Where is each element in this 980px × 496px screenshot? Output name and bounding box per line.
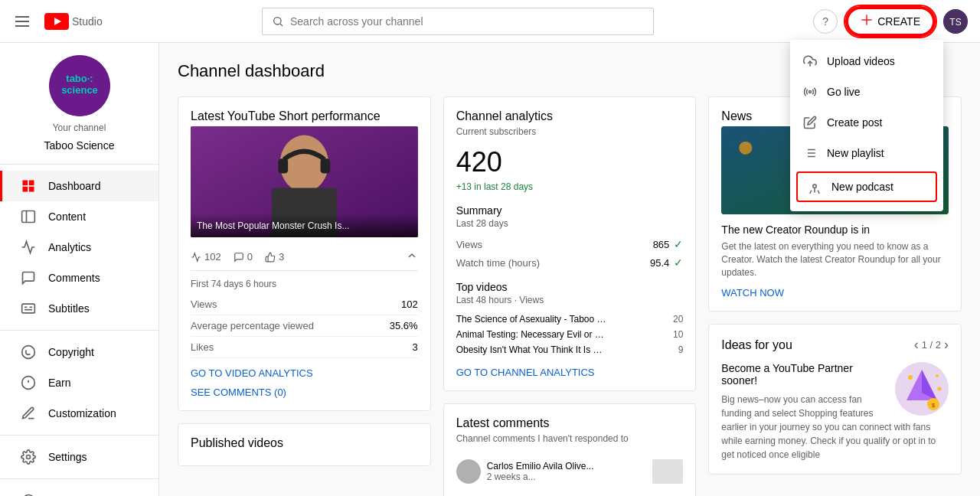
sidebar-item-subtitles-label: Subtitles <box>48 302 90 315</box>
svg-point-41 <box>456 459 481 484</box>
summary-period: Last 28 days <box>456 218 684 229</box>
go-live-label: Go live <box>827 86 861 98</box>
sidebar-item-dashboard[interactable]: Dashboard <box>0 171 158 201</box>
search-bar <box>262 8 654 35</box>
short-performance-card: Latest YouTube Short performance <box>178 96 431 411</box>
upload-icon <box>802 54 818 69</box>
search-input[interactable] <box>290 15 644 28</box>
dashboard-icon <box>21 178 36 194</box>
sidebar-item-settings[interactable]: Settings <box>0 442 158 472</box>
svg-point-31 <box>22 346 35 359</box>
subtitles-icon <box>21 301 36 316</box>
sidebar-item-earn-label: Earn <box>48 377 71 389</box>
short-video-thumbnail[interactable]: The Most Popular Monster Crush Is... <box>191 126 418 237</box>
subscribers-label: Current subscribers <box>456 126 684 137</box>
watch-now-link[interactable]: WATCH NOW <box>721 287 784 299</box>
top-videos-period: Last 48 hours · Views <box>456 295 684 305</box>
comment-info: Carlos Emilio Avila Olive... 2 weeks a..… <box>487 461 594 482</box>
page-total: 2 <box>936 339 941 351</box>
new-playlist-label: New playlist <box>827 147 884 159</box>
search-icon <box>272 15 284 28</box>
svg-rect-23 <box>23 187 28 192</box>
dropdown-new-playlist[interactable]: New playlist <box>790 138 943 168</box>
channel-name: Taboo Science <box>44 139 115 152</box>
sidebar-send-feedback[interactable]: Send feedback <box>0 485 158 496</box>
views-metric-label: Views <box>456 239 482 250</box>
copyright-icon <box>21 344 36 360</box>
svg-point-46 <box>740 142 753 155</box>
short-card-title: Latest YouTube Short performance <box>191 109 418 123</box>
views-stat: 102 <box>191 251 221 263</box>
top-video-row-2: Animal Testing: Necessary Evil or Outdat… <box>456 327 684 342</box>
top-video-title-3: Obesity Isn't What You Think It Is — Obe… <box>456 344 609 355</box>
create-label: CREATE <box>877 15 920 28</box>
comment-author: Carlos Emilio Avila Olive... <box>487 461 594 472</box>
ideas-card: Ideas for you ‹ 1 / 2 › <box>708 324 962 475</box>
youtube-logo-icon <box>44 13 69 30</box>
create-button[interactable]: CREATE <box>847 8 934 35</box>
news-desc: Get the latest on everything you need to… <box>721 240 949 279</box>
go-to-channel-analytics-link[interactable]: GO TO CHANNEL ANALYTICS <box>456 367 684 378</box>
dropdown-upload-videos[interactable]: Upload videos <box>790 46 943 77</box>
content-icon <box>21 209 36 224</box>
video-title: The Most Popular Monster Crush Is... <box>197 220 349 231</box>
post-icon <box>802 115 818 130</box>
idea-image: $ <box>895 362 949 416</box>
idea-content: $ Become a YouTube Partner sooner! Big n… <box>721 362 949 462</box>
sidebar-item-earn[interactable]: Earn <box>0 367 158 398</box>
expand-button[interactable] <box>406 250 418 264</box>
likes-detail-value: 3 <box>412 341 417 353</box>
comments-count: 0 <box>247 251 253 263</box>
column-2: Channel analytics Current subscribers 42… <box>443 96 697 496</box>
sidebar-item-comments[interactable]: Comments <box>0 263 158 293</box>
video-detail-likes: Likes 3 <box>191 337 418 358</box>
sidebar-item-analytics[interactable]: Analytics <box>0 232 158 263</box>
go-to-video-analytics-link[interactable]: GO TO VIDEO ANALYTICS <box>191 367 418 379</box>
comments-card-subtitle: Channel comments I haven't responded to <box>456 433 684 444</box>
search-area <box>103 8 814 35</box>
sidebar-nav: Dashboard Content Analytic <box>0 165 158 478</box>
sidebar-item-customization-label: Customization <box>48 407 116 419</box>
hamburger-icon[interactable] <box>12 13 32 30</box>
studio-label: Studio <box>72 15 103 28</box>
logo[interactable]: Studio <box>44 13 103 30</box>
dropdown-create-post[interactable]: Create post <box>790 107 943 138</box>
sidebar-item-copyright[interactable]: Copyright <box>0 337 158 367</box>
sidebar-item-customization[interactable]: Customization <box>0 398 158 429</box>
summary-label: Summary <box>456 204 684 217</box>
sidebar-item-settings-label: Settings <box>48 451 87 463</box>
video-detail-views: Views 102 <box>191 294 418 315</box>
sidebar-item-subtitles[interactable]: Subtitles <box>0 293 158 324</box>
views-icon <box>191 252 201 263</box>
comments-icon <box>21 270 36 286</box>
earn-icon <box>21 375 36 390</box>
podcast-icon <box>807 179 822 194</box>
playlist-icon <box>802 145 818 161</box>
comments-card-title: Latest comments <box>456 416 684 430</box>
likes-count: 3 <box>279 251 284 263</box>
sidebar-item-copyright-label: Copyright <box>48 346 94 358</box>
sidebar: tabo·: science Your channel Taboo Scienc… <box>0 43 159 496</box>
create-dropdown: Upload videos Go live Create post New pl… <box>790 40 943 211</box>
svg-point-2 <box>274 17 281 24</box>
channel-info: tabo·: science Your channel Taboo Scienc… <box>0 43 158 165</box>
svg-rect-24 <box>29 187 34 192</box>
svg-rect-5 <box>862 19 872 20</box>
top-video-row-1: The Science of Asexuality - Taboo Scienc… <box>456 312 684 327</box>
dropdown-go-live[interactable]: Go live <box>790 77 943 107</box>
header: Studio ? CREATE TS <box>0 0 980 43</box>
avatar[interactable]: TS <box>943 9 968 34</box>
nav-divider-2 <box>0 435 158 436</box>
channel-analytics-card: Channel analytics Current subscribers 42… <box>443 96 697 391</box>
help-button[interactable]: ? <box>813 9 838 34</box>
sidebar-item-content[interactable]: Content <box>0 201 158 232</box>
see-comments-link[interactable]: SEE COMMENTS (0) <box>191 387 418 398</box>
dropdown-new-podcast[interactable]: New podcast <box>796 171 937 202</box>
channel-avatar[interactable]: tabo·: science <box>49 55 110 116</box>
prev-page-button[interactable]: ‹ <box>914 337 919 353</box>
pagination: ‹ 1 / 2 › <box>914 337 949 353</box>
top-video-views-3: 9 <box>678 344 684 355</box>
svg-point-9 <box>809 91 812 93</box>
next-page-button[interactable]: › <box>944 337 949 353</box>
subscribers-change: +13 in last 28 days <box>456 181 684 192</box>
